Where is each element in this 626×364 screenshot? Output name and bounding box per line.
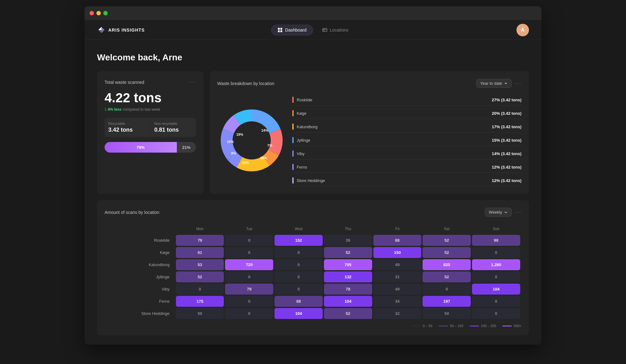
table-cell: 152 [275,235,323,246]
legend-500plus: 500+ [502,324,521,328]
row-label: Køge [106,247,175,258]
legend-label-100-200: 100 – 200 [481,324,496,328]
legend-line-50-100 [439,326,448,326]
table-cell: 79 [225,284,273,295]
close-dot[interactable] [90,11,94,15]
breakdown-legend: Roskilde 27% (3.42 tons) Køge 20% (3.42 … [292,94,521,186]
comparison-text: compared to last week [123,107,160,112]
recyclable-item: Recyclable 3.42 tons [105,118,150,137]
legend-bar-kalundborg [292,124,294,130]
legend-name-jyllinge: Jyllinge [297,138,310,143]
table-cell: 52 [324,308,372,319]
th-wed: Wed [275,224,323,234]
scans-menu[interactable]: ··· [515,209,521,215]
scans-controls: Weekly ··· [485,208,521,217]
maximize-dot[interactable] [103,11,108,15]
nav-locations[interactable]: Locations [316,25,355,35]
legend-value-kalundborg: 17% (3.42 tons) [492,124,521,129]
table-cell: 0 [472,247,520,258]
top-row: Total waste scanned ··· 4.22 tons ⤵ 4% l… [97,71,529,194]
legend-name-roskilde: Roskilde [297,98,312,102]
welcome-text: Welcome back, Arne [97,53,529,63]
minimize-dot[interactable] [96,11,101,15]
legend-kalundborg: Kalundborg 17% (3.42 tons) [292,121,521,133]
legend-roskilde: Roskilde 27% (3.42 tons) [292,94,521,106]
waste-card-menu[interactable]: ··· [189,79,196,85]
svg-rect-7 [280,30,282,32]
th-thu: Thu [324,224,372,234]
table-cell: 52 [176,271,224,282]
table-cell: 0 [176,284,224,295]
progress-non: 21% [177,142,196,153]
donut-svg: 19% 14% 7% 18% 23% 9% 10% [217,106,286,175]
table-row: Roskilde79015239885298 [106,235,520,246]
breakdown-card-menu[interactable]: ··· [515,80,521,87]
avatar[interactable]: A [516,24,529,36]
waste-total-value: 4.22 tons [105,90,196,105]
main-content: Welcome back, Arne Total waste scanned ·… [85,40,541,345]
period-dropdown[interactable]: Year to date [476,79,512,88]
svg-text:7%: 7% [267,144,272,147]
waste-comparison: ⤵ 4% less compared to last week [105,107,196,112]
legend-line-100-200 [470,326,479,326]
row-label: Roskilde [106,235,175,246]
table-cell: 0 [225,296,273,307]
table-cell: 104 [324,296,372,307]
scans-period-label: Weekly [489,210,502,215]
table-cell: 0 [423,284,471,295]
legend-100-200: 100 – 200 [470,324,496,328]
logo: ARIS INSIGHTS [97,26,145,34]
table-cell: 0 [225,235,273,246]
legend-bar-koge [292,110,294,116]
table-row: Jyllinge520013231520 [106,271,520,282]
legend-value-jyllinge: 15% (3.42 tons) [492,138,521,143]
table-cell: 720 [225,259,273,270]
legend-left-kalundborg: Kalundborg [292,124,318,130]
row-label: Ferns [106,296,175,307]
table-cell: 39 [324,235,372,246]
svg-text:18%: 18% [260,156,267,160]
waste-breakdown-card: Waste breakdown by location Year to date… [210,71,529,194]
table-cell: 0 [275,247,323,258]
th-sat: Sat [423,224,471,234]
scans-period-dropdown[interactable]: Weekly [485,208,512,217]
legend-bar-roskilde [292,97,294,103]
table-cell: 1,280 [472,259,520,270]
non-recyclable-item: Non-recyclable 0.81 tons [151,118,196,137]
legend-line-500plus [502,326,512,326]
table-cell: 175 [176,296,224,307]
legend-name-store: Store Heddinge [297,178,325,183]
legend-left-jyllinge: Jyllinge [292,137,310,143]
table-cell: 31 [373,271,422,282]
table-cell: 150 [373,247,422,258]
legend-value-ferns: 12% (3.42 tons) [492,165,521,169]
svg-marker-1 [101,27,105,30]
legend-bar-jyllinge [292,137,294,143]
waste-breakdown-row: Recyclable 3.42 tons Non-recyclable 0.81… [105,118,196,137]
table-cell: 49 [373,284,422,295]
nav-locations-label: Locations [330,28,348,33]
chevron-down-icon [504,82,508,85]
table-row: Køge610052150520 [106,247,520,258]
waste-card-title: Total waste scanned [105,80,144,85]
table-cell: 50 [423,308,471,319]
scans-table-head: Mon Tue Wed Thu Fri Sat Sun [106,224,520,234]
period-label: Year to date [480,81,502,86]
waste-card-header: Total waste scanned ··· [105,79,196,85]
logo-icon [97,26,106,34]
non-recyclable-label: Non-recyclable [154,122,192,125]
svg-rect-5 [280,28,282,30]
donut-chart: 19% 14% 7% 18% 23% 9% 10% [217,106,286,175]
row-label: Viby [106,284,175,295]
total-waste-card: Total waste scanned ··· 4.22 tons ⤵ 4% l… [97,71,203,194]
table-cell: 0 [275,259,323,270]
breakdown-inner: 19% 14% 7% 18% 23% 9% 10% [217,94,521,186]
table-cell: 0 [225,271,273,282]
legend-name-kalundborg: Kalundborg [297,124,318,129]
dashboard-icon [278,28,283,33]
trend-icon: ⤵ [105,107,106,112]
table-cell: 0 [472,296,520,307]
nav-dashboard[interactable]: Dashboard [271,25,313,35]
table-cell: 104 [275,308,323,319]
table-cell: 49 [373,259,422,270]
